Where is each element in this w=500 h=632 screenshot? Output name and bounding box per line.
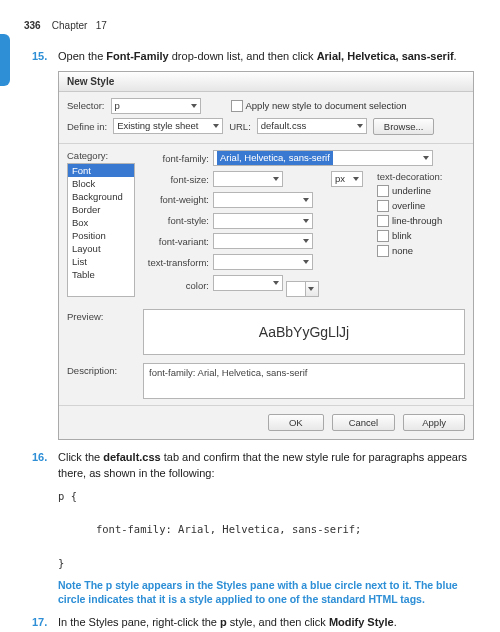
category-item-layout[interactable]: Layout bbox=[68, 242, 134, 255]
description-box: font-family: Arial, Helvetica, sans-seri… bbox=[143, 363, 465, 399]
font-weight-label: font-weight: bbox=[143, 194, 213, 205]
step-number: 17. bbox=[32, 615, 47, 631]
define-in-label: Define in: bbox=[67, 121, 107, 132]
code-block: p { font-family: Arial, Helvetica, sans-… bbox=[58, 488, 472, 572]
browse-button[interactable]: Browse... bbox=[373, 118, 435, 135]
note-block: Note The p style appears in the Styles p… bbox=[58, 578, 472, 607]
apply-selection-checkbox[interactable]: Apply new style to document selection bbox=[231, 100, 407, 112]
step-number: 16. bbox=[32, 450, 47, 466]
preview-box: AaBbYyGgLlJj bbox=[143, 309, 465, 355]
dialog-title: New Style bbox=[59, 72, 473, 92]
define-in-select[interactable]: Existing style sheet bbox=[113, 118, 223, 134]
category-listbox[interactable]: Font Block Background Border Box Positio… bbox=[67, 163, 135, 297]
step-16: 16. Click the default.css tab and confir… bbox=[58, 450, 472, 482]
chapter-label: Chapter bbox=[52, 20, 88, 31]
category-item-table[interactable]: Table bbox=[68, 268, 134, 281]
font-style-label: font-style: bbox=[143, 215, 213, 226]
preview-label: Preview: bbox=[67, 307, 135, 322]
deco-underline[interactable]: underline bbox=[377, 185, 465, 197]
font-weight-select[interactable] bbox=[213, 192, 313, 208]
checkbox-icon bbox=[231, 100, 243, 112]
font-variant-label: font-variant: bbox=[143, 236, 213, 247]
category-item-font[interactable]: Font bbox=[68, 164, 134, 177]
font-family-label: font-family: bbox=[143, 153, 213, 164]
font-size-unit-select[interactable]: px bbox=[331, 171, 363, 187]
description-label: Description: bbox=[67, 361, 135, 376]
font-size-select[interactable] bbox=[213, 171, 283, 187]
category-item-list[interactable]: List bbox=[68, 255, 134, 268]
step-number: 15. bbox=[32, 49, 47, 65]
step-17: 17. In the Styles pane, right-click the … bbox=[58, 615, 472, 632]
font-variant-select[interactable] bbox=[213, 233, 313, 249]
deco-blink[interactable]: blink bbox=[377, 230, 465, 242]
page-number: 336 bbox=[24, 20, 41, 31]
apply-button[interactable]: Apply bbox=[403, 414, 465, 431]
selector-select[interactable]: p bbox=[111, 98, 201, 114]
color-picker-button[interactable] bbox=[306, 281, 319, 297]
color-swatch[interactable] bbox=[286, 281, 306, 297]
ok-button[interactable]: OK bbox=[268, 414, 324, 431]
cancel-button[interactable]: Cancel bbox=[332, 414, 396, 431]
chapter-tab bbox=[0, 34, 10, 86]
new-style-dialog: New Style Selector: p Apply new style to… bbox=[58, 71, 474, 440]
color-label: color: bbox=[143, 280, 213, 291]
url-select[interactable]: default.css bbox=[257, 118, 367, 134]
category-item-block[interactable]: Block bbox=[68, 177, 134, 190]
deco-overline[interactable]: overline bbox=[377, 200, 465, 212]
category-item-border[interactable]: Border bbox=[68, 203, 134, 216]
step-15: 15. Open the Font-Family drop-down list,… bbox=[58, 49, 472, 65]
font-style-select[interactable] bbox=[213, 213, 313, 229]
text-decoration-label: text-decoration: bbox=[377, 171, 465, 182]
deco-line-through[interactable]: line-through bbox=[377, 215, 465, 227]
selector-label: Selector: bbox=[67, 100, 105, 111]
category-item-box[interactable]: Box bbox=[68, 216, 134, 229]
deco-none[interactable]: none bbox=[377, 245, 465, 257]
chapter-number: 17 bbox=[96, 20, 107, 31]
color-input[interactable] bbox=[213, 275, 283, 291]
text-transform-label: text-transform: bbox=[143, 257, 213, 268]
font-size-label: font-size: bbox=[143, 174, 213, 185]
text-transform-select[interactable] bbox=[213, 254, 313, 270]
url-label: URL: bbox=[229, 121, 251, 132]
category-item-background[interactable]: Background bbox=[68, 190, 134, 203]
category-label: Category: bbox=[67, 150, 135, 161]
category-item-position[interactable]: Position bbox=[68, 229, 134, 242]
font-family-select[interactable]: Arial, Helvetica, sans-serif bbox=[213, 150, 433, 166]
running-head: 336 Chapter 17 bbox=[24, 20, 472, 31]
